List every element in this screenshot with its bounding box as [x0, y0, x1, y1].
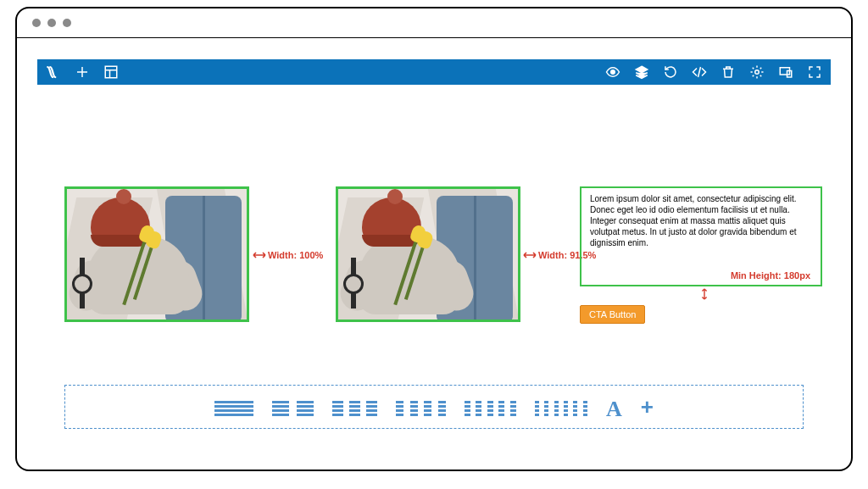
min-height-annotation: Min Height: 180px: [731, 270, 810, 281]
titlebar: [17, 8, 851, 38]
editor-canvas: Width: 100% Width: 91.5% Lorem ipsum dol…: [37, 102, 831, 453]
settings-icon[interactable]: [749, 64, 765, 80]
browser-window: Width: 100% Width: 91.5% Lorem ipsum dol…: [15, 7, 853, 471]
code-icon[interactable]: [692, 64, 707, 80]
palette-text-icon[interactable]: A: [606, 397, 622, 417]
palette-list-4col[interactable]: [396, 397, 445, 417]
add-icon[interactable]: [75, 64, 90, 80]
layers-icon[interactable]: [634, 64, 649, 80]
fullscreen-icon[interactable]: [807, 64, 822, 80]
window-dot: [32, 19, 41, 27]
window-dot: [63, 19, 71, 27]
logo-icon[interactable]: [46, 64, 61, 80]
svg-rect-0: [105, 66, 117, 78]
text-block[interactable]: Lorem ipsum dolor sit amet, consectetur …: [580, 186, 822, 286]
window-dot: [47, 19, 56, 27]
history-icon[interactable]: [663, 64, 678, 80]
block-palette: A +: [64, 385, 804, 429]
editor-toolbar: [37, 59, 831, 85]
responsive-icon[interactable]: [778, 64, 793, 80]
image-block-1[interactable]: [64, 186, 249, 322]
image-block-2[interactable]: [336, 186, 520, 322]
preview-icon[interactable]: [605, 64, 620, 80]
palette-list-2col[interactable]: [272, 397, 313, 417]
cta-button[interactable]: CTA Button: [580, 305, 645, 324]
image-placeholder: [67, 189, 247, 320]
horizontal-arrows-icon: [253, 250, 266, 260]
horizontal-arrows-icon: [523, 250, 537, 260]
layout-icon[interactable]: [103, 64, 119, 80]
svg-point-2: [755, 70, 760, 75]
delete-icon[interactable]: [721, 64, 736, 80]
width-annotation-1: Width: 100%: [253, 250, 323, 260]
palette-list-1col[interactable]: [214, 397, 253, 417]
palette-list-6col[interactable]: [535, 397, 587, 417]
palette-list-3col[interactable]: [332, 397, 378, 417]
text-block-content: Lorem ipsum dolor sit amet, consectetur …: [590, 194, 796, 247]
palette-list-5col[interactable]: [465, 397, 516, 417]
palette-add-icon[interactable]: +: [641, 397, 654, 417]
vertical-arrows-icon: [699, 288, 709, 300]
svg-point-1: [611, 70, 615, 75]
width-annotation-label: Width: 100%: [268, 250, 323, 260]
image-placeholder: [338, 189, 518, 320]
